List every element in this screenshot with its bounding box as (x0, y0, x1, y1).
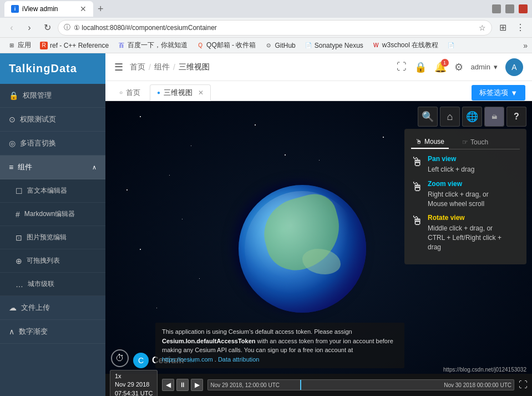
timeline-next-btn[interactable]: ▶ (191, 379, 203, 391)
sidebar-city-label: 城市级联 (28, 279, 54, 289)
bookmark-star-icon[interactable]: ☆ (479, 23, 486, 32)
help-section-rotate: 🖱 Rotate view Middle click + drag, orCTR… (411, 214, 520, 252)
help-zoom-title: Zoom view (428, 180, 489, 188)
bookmark-qq-label: QQ邮箱 - 收件箱 (206, 41, 256, 50)
reload-btn[interactable]: ↻ (40, 21, 54, 35)
browser-close-btn[interactable] (519, 4, 528, 13)
hamburger-btn[interactable]: ☰ (114, 61, 123, 73)
tabs-bar: ○ 首页 ● 三维视图 ✕ 标签选项 ▼ (105, 81, 532, 101)
cesium-fullscreen-btn[interactable]: ⛶ (519, 380, 528, 390)
component-icon: ≡ (9, 163, 13, 172)
cesium-warning-panel: This application is using Cesium's defau… (155, 323, 404, 368)
back-btn[interactable]: ‹ (4, 21, 19, 35)
topbar-right: ⛶ 🔒 🔔 1 ⚙ admin ▾ A (397, 58, 523, 76)
bookmark-apps[interactable]: ⊞ 应用 (4, 39, 34, 51)
doc-favicon: 📄 (447, 42, 455, 49)
tab-3d-view[interactable]: ● 三维视图 ✕ (150, 84, 211, 101)
sidebar-item-auth[interactable]: 🔒 权限管理 (0, 84, 105, 108)
sidebar-item-markdown[interactable]: # Markdown编辑器 (0, 203, 105, 226)
sidebar-item-lang[interactable]: ◎ 多语言切换 (0, 132, 105, 156)
sidebar-markdown-label: Markdown编辑器 (24, 209, 75, 219)
sidebar-number-label: 数字渐变 (19, 327, 48, 337)
sidebar: TalkingData 🔒 权限管理 ⊙ 权限测试页 ◎ 多语言切换 ≡ 组件 … (0, 53, 105, 396)
sidebar-item-components[interactable]: ≡ 组件 ∧ (0, 156, 105, 179)
cesium-search-btn[interactable]: 🔍 (418, 107, 438, 127)
bookmark-ref[interactable]: R ref - C++ Reference (37, 41, 112, 51)
browser-titlebar: i iView admin ✕ + (0, 0, 532, 18)
timeline-bar[interactable]: Nov 29 2018, 12:00:00 UTC Nov 30 2018 00… (207, 379, 514, 390)
timeline-pause-btn[interactable]: ⏸ (176, 379, 189, 391)
timeline-label-left: Nov 29 2018, 12:00:00 UTC (210, 382, 280, 388)
tag-select-btn[interactable]: 标签选项 ▼ (472, 85, 525, 101)
cesium-viewer: ⏱ C Cesium ion This application is using… (105, 101, 532, 396)
tab-close-btn[interactable]: ✕ (80, 4, 87, 13)
cesium-globe-btn[interactable]: 🌐 (462, 107, 482, 127)
sidebar-item-image-edit[interactable]: ⊡ 图片预览编辑 (0, 226, 105, 249)
help-tab-touch[interactable]: ☞ Touch (458, 136, 493, 149)
help-zoom-desc: Right click + drag, orMouse wheel scroll (428, 190, 489, 209)
lock-btn[interactable]: 🔒 (414, 61, 427, 73)
cesium-help-btn[interactable]: ? (506, 107, 526, 127)
sidebar-item-number[interactable]: ∧ 数字渐变 (0, 320, 105, 344)
browser-min-btn[interactable] (492, 4, 501, 13)
help-section-zoom: 🖱 Zoom view Right click + drag, orMouse … (411, 180, 520, 209)
help-zoom-row: 🖱 Zoom view Right click + drag, orMouse … (411, 180, 520, 209)
lang-icon: ◎ (9, 139, 16, 148)
help-tab-mouse[interactable]: 🖱 Mouse (411, 136, 449, 149)
notification-badge: 1 (441, 59, 449, 67)
extensions-btn[interactable]: ⊞ (495, 21, 510, 35)
ref-favicon: R (40, 42, 48, 49)
mouse-tab-icon: 🖱 (416, 138, 422, 146)
fullscreen-btn[interactable]: ⛶ (397, 61, 407, 73)
browser-tab[interactable]: i iView admin ✕ (4, 1, 93, 17)
cesium-url-link[interactable]: https://cesium.com (162, 356, 213, 363)
notification-btn[interactable]: 🔔 1 (434, 61, 447, 73)
breadcrumb: 首页 / 组件 / 三维视图 (130, 62, 210, 72)
avatar[interactable]: A (505, 58, 523, 76)
sidebar-item-rich-text[interactable]: ☐ 富文本编辑器 (0, 179, 105, 203)
bookmark-w3school[interactable]: W w3school 在线教程 (369, 39, 442, 51)
address-bar[interactable]: ⓘ ① localhost:8080/#/component/cesiumCon… (58, 20, 492, 36)
cesium-data-attr-link[interactable]: Data attribution (218, 356, 260, 363)
bookmark-baidu[interactable]: 百 百度一下，你就知道 (114, 39, 191, 51)
help-rotate-row: 🖱 Rotate view Middle click + drag, orCTR… (411, 214, 520, 252)
help-pan-desc: Left click + drag (428, 165, 474, 174)
cesium-timeline: 1x Nov 29 2018 07:54:31 UTC ◀ ⏸ ▶ Nov 29… (105, 374, 532, 396)
cesium-home-btn[interactable]: ⌂ (440, 107, 460, 127)
sidebar-item-upload[interactable]: ☁ 文件上传 (0, 296, 105, 320)
breadcrumb-components[interactable]: 组件 (154, 62, 170, 72)
bookmark-doc[interactable]: 📄 (444, 41, 458, 51)
bookmark-nexus[interactable]: 📄 Sonatype Nexus (301, 41, 367, 51)
admin-btn[interactable]: admin ▾ (471, 63, 498, 71)
bookmark-github-label: GitHub (275, 42, 295, 49)
cesium-scene-btn[interactable]: 🏔 (484, 107, 504, 127)
app-container: TalkingData 🔒 权限管理 ⊙ 权限测试页 ◎ 多语言切换 ≡ 组件 … (0, 53, 532, 396)
tab-3d-close-icon[interactable]: ✕ (198, 89, 204, 97)
tab-home[interactable]: ○ 首页 (112, 84, 148, 101)
zoom-mouse-icon: 🖱 (411, 180, 423, 194)
bookmark-qq[interactable]: Q QQ邮箱 - 收件箱 (193, 39, 259, 51)
new-tab-btn[interactable]: + (98, 3, 104, 15)
timeline-prev-btn[interactable]: ◀ (162, 379, 174, 391)
help-pan-title: Pan view (428, 155, 474, 163)
admin-dropdown-icon: ▾ (494, 63, 498, 71)
browser-menu-btn[interactable]: ⋮ (513, 21, 528, 35)
sidebar-item-city[interactable]: … 城市级联 (0, 273, 105, 296)
bookmark-github[interactable]: ⊙ GitHub (261, 41, 298, 51)
sidebar-item-drag-list[interactable]: ⊕ 可拖拽列表 (0, 249, 105, 273)
breadcrumb-home[interactable]: 首页 (130, 62, 145, 72)
bookmark-more-btn[interactable]: » (523, 41, 528, 50)
cesium-clock-widget[interactable]: ⏱ (111, 349, 129, 367)
drag-list-icon: ⊕ (16, 257, 22, 265)
pan-mouse-icon: 🖱 (411, 155, 423, 169)
browser-max-btn[interactable] (505, 4, 514, 13)
forward-btn[interactable]: › (22, 21, 37, 35)
touch-tab-label: Touch (470, 138, 488, 146)
cesium-credits: https://blog.csdn.net/j0124153032 (443, 367, 526, 373)
tab-home-label: 首页 (126, 88, 140, 98)
settings-btn[interactable]: ⚙ (454, 61, 463, 73)
bookmark-baidu-label: 百度一下，你就知道 (128, 41, 188, 50)
help-pan-row: 🖱 Pan view Left click + drag (411, 155, 520, 174)
earth-globe (239, 185, 366, 313)
sidebar-item-auth-test[interactable]: ⊙ 权限测试页 (0, 108, 105, 132)
